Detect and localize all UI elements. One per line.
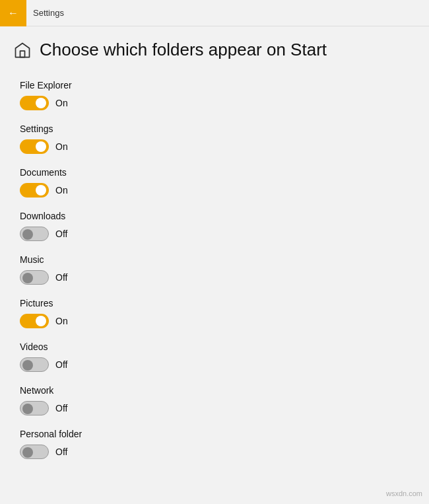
toggle-state-label-network: Off [55, 403, 67, 414]
slider-downloads [20, 227, 49, 241]
toggle-settings[interactable] [20, 139, 49, 154]
toggle-row-pictures: On [20, 314, 409, 328]
home-icon [13, 41, 32, 59]
toggle-personal-folder[interactable] [20, 445, 49, 459]
slider-videos [20, 357, 49, 372]
setting-label-downloads: Downloads [20, 211, 409, 221]
slider-network [20, 401, 49, 415]
toggle-state-label-personal-folder: Off [55, 447, 67, 457]
toggle-row-personal-folder: Off [20, 445, 409, 459]
toggle-state-label-documents: On [55, 185, 68, 196]
toggle-row-music: Off [20, 270, 409, 285]
content-area: File ExplorerOnSettingsOnDocumentsOnDown… [0, 73, 429, 498]
toggle-state-label-settings: On [55, 141, 68, 152]
toggle-music[interactable] [20, 270, 49, 285]
slider-file-explorer [20, 96, 49, 110]
title-bar-text: Settings [33, 8, 64, 18]
back-arrow-icon: ← [8, 7, 18, 19]
toggle-state-label-music: Off [55, 272, 67, 283]
setting-item-pictures: PicturesOn [20, 298, 409, 328]
toggle-videos[interactable] [20, 357, 49, 372]
toggle-state-label-downloads: Off [55, 229, 67, 239]
setting-label-file-explorer: File Explorer [20, 80, 409, 90]
toggle-row-videos: Off [20, 357, 409, 372]
slider-personal-folder [20, 445, 49, 459]
page-title: Choose which folders appear on Start [40, 40, 327, 60]
toggle-downloads[interactable] [20, 227, 49, 241]
page-header: Choose which folders appear on Start [0, 26, 429, 73]
toggle-row-documents: On [20, 183, 409, 198]
setting-label-videos: Videos [20, 342, 409, 352]
toggle-row-file-explorer: On [20, 96, 409, 110]
setting-label-documents: Documents [20, 167, 409, 178]
slider-documents [20, 183, 49, 198]
toggle-row-settings: On [20, 139, 409, 154]
setting-label-personal-folder: Personal folder [20, 429, 409, 439]
toggle-state-label-file-explorer: On [55, 98, 68, 108]
back-button[interactable]: ← [0, 0, 26, 26]
slider-pictures [20, 314, 49, 328]
toggle-network[interactable] [20, 401, 49, 415]
toggle-row-network: Off [20, 401, 409, 415]
setting-label-network: Network [20, 385, 409, 396]
setting-item-videos: VideosOff [20, 342, 409, 372]
toggle-state-label-videos: Off [55, 359, 67, 370]
setting-item-music: MusicOff [20, 254, 409, 285]
setting-item-downloads: DownloadsOff [20, 211, 409, 241]
setting-item-file-explorer: File ExplorerOn [20, 80, 409, 110]
toggle-documents[interactable] [20, 183, 49, 198]
toggle-state-label-pictures: On [55, 316, 68, 326]
slider-music [20, 270, 49, 285]
setting-item-documents: DocumentsOn [20, 167, 409, 198]
title-bar: ← Settings [0, 0, 429, 26]
toggle-row-downloads: Off [20, 227, 409, 241]
setting-item-network: NetworkOff [20, 385, 409, 415]
setting-label-pictures: Pictures [20, 298, 409, 308]
toggle-file-explorer[interactable] [20, 96, 49, 110]
setting-label-settings: Settings [20, 124, 409, 134]
watermark: wsxdn.com [386, 489, 422, 497]
svg-rect-0 [20, 51, 25, 57]
toggle-pictures[interactable] [20, 314, 49, 328]
setting-item-personal-folder: Personal folderOff [20, 429, 409, 459]
slider-settings [20, 139, 49, 154]
setting-label-music: Music [20, 254, 409, 265]
setting-item-settings: SettingsOn [20, 124, 409, 154]
